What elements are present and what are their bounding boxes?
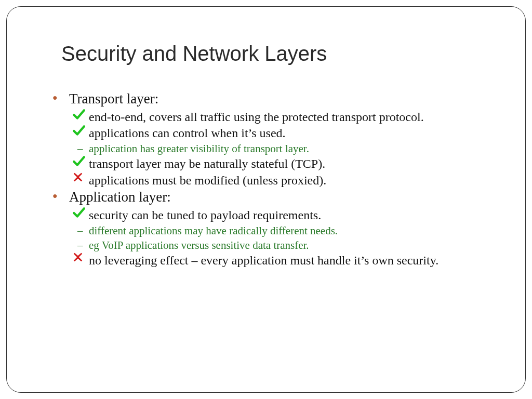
sub-item: eg VoIP applications versus sensitive da…: [89, 238, 484, 252]
slide-title: Security and Network Layers: [61, 42, 504, 65]
bullet-application-layer: Application layer:: [69, 189, 484, 206]
item-text: applications can control when it’s used.: [89, 126, 286, 140]
sub-item: application has greater visibility of tr…: [89, 141, 484, 156]
list-item: security can be tuned to payload require…: [89, 207, 484, 223]
list-item: applications must be modified (unless pr…: [89, 172, 484, 189]
list-item: end-to-end, covers all traffic using the…: [89, 109, 484, 125]
list-item: no leveraging effect – every application…: [89, 252, 484, 269]
cross-icon: [72, 251, 87, 264]
item-text: transport layer may be naturally statefu…: [89, 157, 325, 170]
list-item: applications can control when it’s used.: [89, 125, 484, 141]
cross-icon: [72, 171, 87, 184]
item-text: applications must be modified (unless pr…: [89, 174, 326, 187]
item-text: security can be tuned to payload require…: [89, 208, 321, 222]
check-icon: [72, 206, 87, 219]
slide-content: Transport layer: end-to-end, covers all …: [69, 90, 484, 269]
bullet-transport-layer: Transport layer:: [69, 90, 484, 108]
check-icon: [72, 108, 87, 121]
sub-item: different applications may have radicall…: [89, 223, 484, 238]
item-text: end-to-end, covers all traffic using the…: [89, 110, 424, 124]
check-icon: [72, 124, 87, 137]
check-icon: [72, 154, 87, 168]
item-text: no leveraging effect – every application…: [89, 254, 438, 267]
list-item: transport layer may be naturally statefu…: [89, 156, 484, 172]
slide-frame: Security and Network Layers Transport la…: [6, 6, 526, 393]
